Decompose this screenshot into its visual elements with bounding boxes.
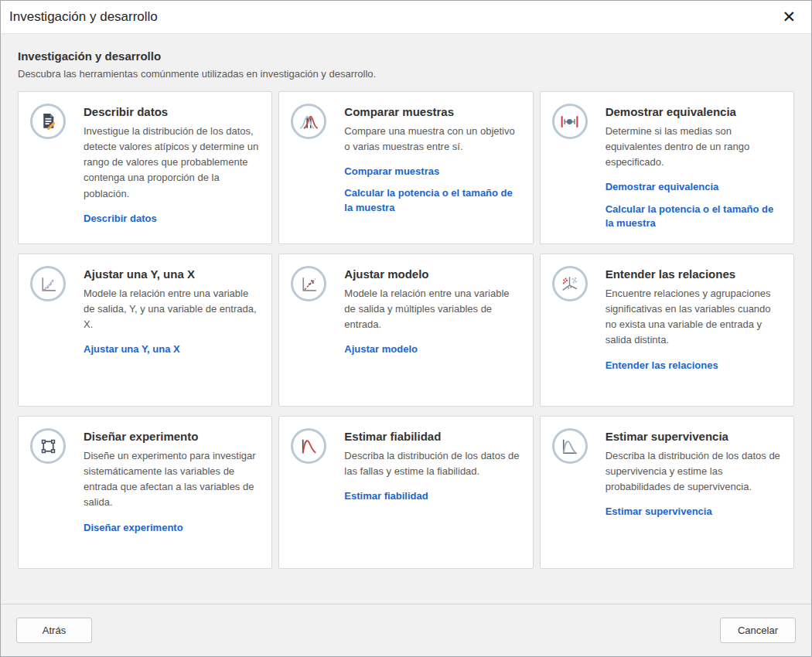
card-title: Estimar fiabilidad xyxy=(344,430,520,443)
card-description: Describa la distribución de los datos de… xyxy=(344,448,520,479)
card-link[interactable]: Ajustar una Y, una X xyxy=(84,342,259,356)
card-links: Diseñar experimento xyxy=(84,521,259,535)
card-links: Ajustar una Y, una X xyxy=(84,342,259,356)
tool-card: Estimar fiabilidad Describa la distribuc… xyxy=(278,416,533,569)
card-links: Describir datos xyxy=(84,212,259,226)
card-link[interactable]: Diseñar experimento xyxy=(84,521,259,535)
survival-distribution-icon xyxy=(552,428,588,464)
tool-card: Ajustar una Y, una X Modele la relación … xyxy=(18,254,272,407)
tool-card: Diseñar experimento Diseñe un experiment… xyxy=(18,416,272,569)
card-links: Comparar muestrasCalcular la potencia o … xyxy=(344,165,520,215)
card-description: Investigue la distribución de los datos,… xyxy=(84,124,259,202)
card-title: Comparar muestras xyxy=(344,105,520,118)
overlapping-distributions-icon xyxy=(291,104,326,139)
card-description: Modele la relación entre una variable de… xyxy=(84,286,259,332)
card-links: Estimar fiabilidad xyxy=(344,489,520,503)
card-description: Describa la distribución de los datos de… xyxy=(606,448,781,495)
card-description: Diseñe un experimento para investigar si… xyxy=(84,448,259,511)
card-links: Estimar supervivencia xyxy=(606,505,781,519)
tool-card: Estimar supervivencia Describa la distri… xyxy=(540,416,794,569)
card-link[interactable]: Estimar fiabilidad xyxy=(344,489,520,503)
tool-card: Ajustar modelo Modele la relación entre … xyxy=(278,254,533,407)
cards-grid: Describir datos Investigue la distribuci… xyxy=(18,91,794,569)
card-link[interactable]: Entender las relaciones xyxy=(606,359,781,373)
tool-card: Comparar muestras Compare una muestra co… xyxy=(278,91,533,244)
card-link[interactable]: Calcular la potencia o el tamaño de la m… xyxy=(606,203,781,230)
scatter-curve-icon xyxy=(30,266,66,301)
card-link[interactable]: Ajustar modelo xyxy=(344,342,520,356)
card-description: Determine si las medias son equivalentes… xyxy=(606,124,781,170)
dialog-titlebar: Investigación y desarrollo ✕ xyxy=(1,1,811,34)
tool-card: Describir datos Investigue la distribuci… xyxy=(18,91,272,244)
card-link[interactable]: Demostrar equivalencia xyxy=(606,180,781,194)
equivalence-interval-icon xyxy=(552,104,588,139)
section-heading: Investigación y desarrollo xyxy=(18,49,794,63)
card-link[interactable]: Estimar supervivencia xyxy=(606,505,781,519)
close-icon[interactable]: ✕ xyxy=(777,8,800,27)
card-title: Entender las relaciones xyxy=(606,267,781,281)
card-title: Ajustar modelo xyxy=(344,267,520,281)
card-description: Encuentre relaciones y agrupaciones sign… xyxy=(606,286,781,349)
card-links: Demostrar equivalenciaCalcular la potenc… xyxy=(606,180,781,230)
dialog-title: Investigación y desarrollo xyxy=(9,9,777,25)
card-title: Diseñar experimento xyxy=(84,430,259,443)
card-links: Entender las relaciones xyxy=(606,359,781,373)
card-description: Modele la relación entre una variable de… xyxy=(344,286,520,332)
document-pencil-icon xyxy=(30,104,66,139)
card-title: Estimar supervivencia xyxy=(606,430,781,443)
regression-line-icon xyxy=(291,266,326,301)
card-links: Ajustar modelo xyxy=(344,342,520,356)
card-title: Describir datos xyxy=(84,105,259,118)
card-link[interactable]: Calcular la potencia o el tamaño de la m… xyxy=(344,186,520,214)
tool-card: Entender las relaciones Encuentre relaci… xyxy=(540,254,794,407)
failure-distribution-icon xyxy=(291,428,326,464)
tool-card: Demostrar equivalencia Determine si las … xyxy=(540,91,794,244)
cancel-button[interactable]: Cancelar xyxy=(720,618,796,643)
card-title: Demostrar equivalencia xyxy=(606,105,781,118)
dialog-footer: Atrás Cancelar xyxy=(1,604,811,656)
doe-square-icon xyxy=(30,428,66,464)
research-development-dialog: Investigación y desarrollo ✕ Investigaci… xyxy=(0,0,812,657)
card-link[interactable]: Comparar muestras xyxy=(344,165,520,179)
dialog-content: Investigación y desarrollo Descubra las … xyxy=(1,34,811,604)
card-title: Ajustar una Y, una X xyxy=(84,267,259,281)
card-description: Compare una muestra con un objetivo o va… xyxy=(344,124,520,155)
back-button[interactable]: Atrás xyxy=(16,618,92,643)
card-link[interactable]: Describir datos xyxy=(84,212,259,226)
section-subtitle: Descubra las herramientas comúnmente uti… xyxy=(18,68,794,80)
scatter-3d-icon xyxy=(552,266,588,301)
